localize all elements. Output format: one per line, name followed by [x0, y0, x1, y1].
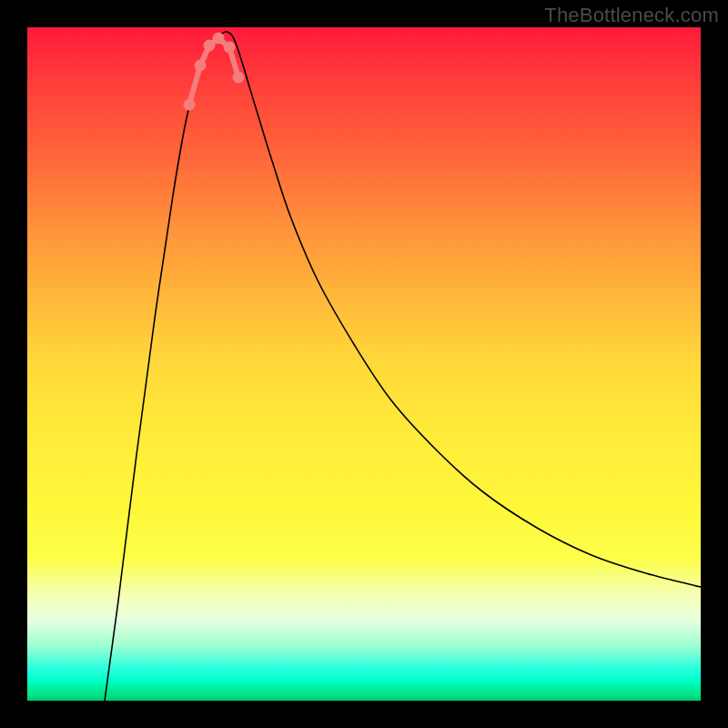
highlight-dot: [184, 99, 196, 111]
highlight-dot: [233, 72, 245, 84]
chart-svg: [27, 27, 701, 701]
highlight-dots-group: [184, 33, 245, 111]
watermark-text: TheBottleneck.com: [544, 4, 719, 27]
highlight-dot: [195, 60, 207, 72]
bottleneck-curve-path: [105, 32, 701, 701]
highlight-dot: [224, 42, 236, 54]
highlight-dot: [213, 33, 225, 45]
